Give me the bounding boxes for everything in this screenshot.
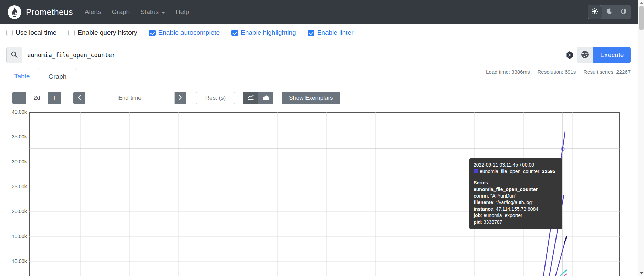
checkbox-box[interactable] [149,30,156,36]
checkbox-enable-highlighting[interactable]: Enable highlighting [231,29,296,36]
light-theme-button[interactable] [588,5,602,19]
tooltip-metric-name: eunomia_file_open_counter [480,169,539,174]
tooltip-label-row: comm: "AliYunDun" [474,193,558,199]
nav-link-status[interactable]: Status [140,8,165,16]
y-axis-tick-label: 30.00k [7,159,27,165]
query-input-wrap [22,47,577,63]
search-addon [6,47,22,63]
tab-table[interactable]: Table [6,68,38,86]
tooltip-metric-line: eunomia_file_open_counter: 32595 [474,168,558,175]
chart-type-toggle [243,92,273,104]
globe-icon [581,50,589,60]
dark-theme-button[interactable] [602,5,616,19]
resolution: Resolution: 691s [538,69,576,75]
series-color-swatch [474,169,478,173]
y-axis-tick-label: 20.00k [7,209,27,215]
tabs: Table Graph [6,68,77,86]
tabs-divider [6,86,632,86]
graph-controls: − + Show Exemplars [12,92,340,104]
scrollbar-up-arrow[interactable] [638,0,644,6]
stacked-chart-toggle-button[interactable] [258,92,273,104]
chevron-right-icon [178,95,183,101]
range-increase-button[interactable]: + [48,92,61,104]
navbar: Prometheus Alerts Graph Status Help [0,0,644,24]
tab-graph[interactable]: Graph [38,68,77,86]
y-axis-tick-label: 15.00k [7,234,27,240]
checkbox-enable-linter[interactable]: Enable linter [308,29,354,36]
checkbox-box[interactable] [308,30,314,36]
contrast-icon [621,8,627,16]
page-scrollbar[interactable] [638,0,644,276]
checkbox-use-local-time[interactable]: Use local time [6,29,56,36]
checkbox-box[interactable] [231,30,238,36]
checkbox-box[interactable] [68,30,75,36]
query-input[interactable] [22,47,577,63]
y-axis-tick-label: 40.00k [7,109,27,115]
search-icon [11,51,18,60]
y-axis-tick-label: 35.00k [7,134,27,140]
query-tree-icon[interactable] [566,51,573,61]
time-group [73,92,186,104]
auto-theme-button[interactable] [616,5,631,19]
checkbox-enable-query-history[interactable]: Enable query history [68,29,137,36]
checkbox-box[interactable] [6,30,13,36]
options-row: Use local time Enable query history Enab… [6,29,353,36]
nav-link-help[interactable]: Help [176,8,189,16]
theme-toggle-group [588,5,631,19]
query-bar: Execute [6,47,631,63]
chevron-left-icon [77,95,81,101]
y-axis-tick-label: 10.00k [7,258,27,265]
result-series: Result series: 22267 [583,69,631,75]
query-stats: Load time: 3386ms Resolution: 691s Resul… [486,69,631,75]
range-group: − + [12,92,61,104]
tooltip-series-heading: Series: [474,180,558,186]
sun-icon [591,8,598,16]
stacked-chart-icon [262,95,269,102]
metrics-explorer-button[interactable] [577,47,593,63]
range-input[interactable] [26,92,48,104]
execute-button[interactable]: Execute [593,47,631,63]
chevron-down-icon [161,12,165,14]
nav-link-alerts[interactable]: Alerts [85,8,102,16]
scrollbar-thumb[interactable] [639,6,644,30]
graph-tooltip: 2022-09-21 03:11:45 +00:00 eunomia_file_… [469,158,562,229]
end-time-input[interactable] [85,92,175,104]
y-axis-tick-label: 25.00k [7,184,27,190]
line-chart-icon [247,95,254,102]
nav-links: Alerts Graph Status Help [85,8,189,16]
nav-link-graph[interactable]: Graph [112,8,130,16]
checkbox-enable-autocomplete[interactable]: Enable autocomplete [149,29,220,36]
show-exemplars-button[interactable]: Show Exemplars [282,92,340,104]
moon-icon [606,8,612,16]
tooltip-label-row: pid: 3338787 [474,219,558,225]
tooltip-label-row: filename: "/var/log/auth.log" [474,199,558,206]
tooltip-series-name: eunomia_file_open_counter [474,186,558,193]
tooltip-label-row: instance: 47.114.155.73:8084 [474,206,558,212]
resolution-input[interactable] [196,92,235,104]
tooltip-metric-value: 32595 [542,169,555,174]
scrollbar-down-arrow[interactable] [638,270,644,276]
time-forward-button[interactable] [175,92,186,104]
prometheus-logo-icon[interactable] [8,5,21,19]
time-back-button[interactable] [73,92,85,104]
range-decrease-button[interactable]: − [12,92,26,104]
line-chart-toggle-button[interactable] [243,92,258,104]
tooltip-timestamp: 2022-09-21 03:11:45 +00:00 [474,162,558,168]
brand-title[interactable]: Prometheus [26,7,73,17]
tooltip-label-row: job: eunomia_exporter [474,212,558,219]
tooltip-labels: comm: "AliYunDun"filename: "/var/log/aut… [474,193,558,225]
load-time: Load time: 3386ms [486,69,530,75]
